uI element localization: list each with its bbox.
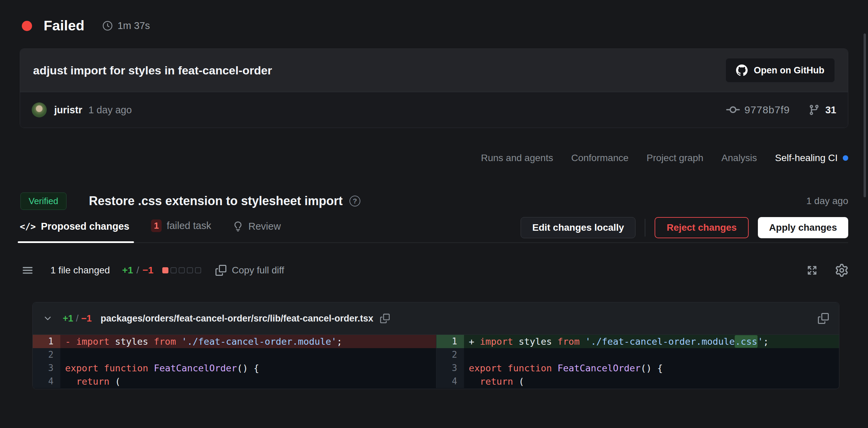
diff-pane-new: 1+ import styles from './feat-cancel-ord… [436,335,839,388]
diff-line: 1+ import styles from './feat-cancel-ord… [436,335,839,348]
copy-file-diff-button[interactable] [818,313,829,324]
tab-label: Review [248,221,281,232]
line-number: 4 [33,375,60,388]
diffstat-squares [162,267,201,273]
code-text [60,348,436,361]
failed-count-badge: 1 [151,219,161,232]
line-number: 1 [436,335,464,348]
commit-card-meta: juristr 1 day ago 9778b7f9 31 [20,92,848,128]
lightbulb-icon [233,222,243,232]
diff-line: 1- import styles from './feat-cancel-ord… [33,335,436,348]
code-text: return ( [464,375,839,388]
diff-line: 2 [33,348,436,361]
nav-item-conformance[interactable]: Conformance [571,153,628,163]
file-list-menu-icon[interactable] [22,265,33,276]
file-deletions: −1 [81,313,92,324]
app-window: Failed 1m 37s adjust import for styles i… [0,0,868,428]
deletions-count: −1 [143,265,153,276]
help-icon[interactable]: ? [349,196,360,206]
open-on-github-button[interactable]: Open on GitHub [725,58,835,83]
diff-line: 3export function FeatCancelOrder() { [33,361,436,375]
github-icon [736,65,748,76]
diff-line: 4 return ( [33,375,436,388]
diffstat-square [170,267,177,273]
actions-divider [645,219,645,237]
diff-split-view: 1- import styles from './feat-cancel-ord… [33,335,839,389]
fix-header: Verified Restore .css extension to style… [20,190,848,212]
nav-item-analysis[interactable]: Analysis [721,153,757,163]
code-text [464,348,839,361]
commit-author: juristr [54,104,82,116]
open-on-github-label: Open on GitHub [754,65,824,76]
notification-dot-icon [843,155,848,161]
diffstat-square [187,267,193,273]
tab-review[interactable]: Review [233,221,281,242]
nav-item-label: Self-healing CI [775,153,838,163]
line-number: 2 [436,348,464,361]
expand-fullscreen-icon[interactable] [806,264,818,276]
nav-item-runs-and-agents[interactable]: Runs and agents [481,153,553,163]
file-path: packages/orders/feat-cancel-order/src/li… [101,313,373,324]
code-text: - import styles from './feat-cancel-orde… [60,335,436,348]
tab-label: Proposed changes [41,221,129,232]
diff-line: 4 return ( [436,375,839,388]
clipboard-icon [215,265,226,276]
commit-time-ago: 1 day ago [88,104,132,116]
file-additions: +1 [63,313,73,324]
copy-icon [380,314,390,323]
code-text: return ( [60,375,436,388]
files-changed-label: 1 file changed [50,265,110,276]
line-number: 1 [33,335,60,348]
line-number: 2 [33,348,60,361]
additions-count: +1 [122,265,133,276]
branch-count[interactable]: 31 [825,104,836,116]
copy-full-diff-label: Copy full diff [232,265,284,276]
nav-item-project-graph[interactable]: Project graph [647,153,704,163]
copy-path-button[interactable] [380,314,390,323]
line-number: 3 [33,361,60,375]
fix-actions: Edit changes locally Reject changes Appl… [521,217,848,238]
line-number: 3 [436,361,464,375]
file-slash: / [76,313,79,324]
edit-changes-locally-button[interactable]: Edit changes locally [521,217,635,238]
commit-icon [726,103,740,117]
diff-line: 2 [436,348,839,361]
scrollbar-thumb[interactable] [864,33,866,197]
copy-full-diff-button[interactable]: Copy full diff [215,265,284,276]
diff-tool-icons [806,264,848,277]
fix-time-ago: 1 day ago [806,196,848,206]
chevron-down-icon[interactable] [43,314,53,323]
tab-proposed-changes[interactable]: </> Proposed changes [20,221,129,242]
diff-toolbar: 1 file changed +1 / −1 Copy full diff [22,261,848,279]
nav-item-self-healing-ci[interactable]: Self-healing CI [775,153,848,163]
code-icon: </> [20,222,36,232]
tabs-row: </> Proposed changes 1 failed task Revie… [20,217,848,243]
diffstat-square [195,267,201,273]
diff-pane-old: 1- import styles from './feat-cancel-ord… [33,335,436,388]
status-failed-dot-icon [22,21,32,31]
commit-hash[interactable]: 9778b7f9 [745,104,790,116]
apply-changes-button[interactable]: Apply changes [758,217,848,238]
settings-gear-icon[interactable] [835,264,848,277]
run-duration: 1m 37s [118,20,150,31]
line-number: 4 [436,375,464,388]
commit-card: adjust import for styles in feat-cancel-… [20,48,848,128]
tab-failed-task[interactable]: 1 failed task [151,219,211,242]
reject-changes-button[interactable]: Reject changes [655,217,748,238]
diffstat-square [162,267,168,273]
run-status-row: Failed 1m 37s [22,18,150,34]
diffstat-square [179,267,185,273]
slash-separator: / [136,265,139,276]
run-status-label: Failed [44,18,85,34]
avatar [32,102,47,117]
commit-card-header: adjust import for styles in feat-cancel-… [20,49,848,92]
clock-icon [102,20,113,31]
git-branch-icon [808,104,820,116]
clipboard-icon [818,313,829,324]
fix-title: Restore .css extension to stylesheet imp… [89,194,343,208]
top-nav: Runs and agents Conformance Project grap… [481,153,848,163]
code-text: + import styles from './feat-cancel-orde… [464,335,839,348]
code-text: export function FeatCancelOrder() { [464,361,839,375]
diff-file-header: +1 / −1 packages/orders/feat-cancel-orde… [33,302,839,335]
diff-line: 3export function FeatCancelOrder() { [436,361,839,375]
